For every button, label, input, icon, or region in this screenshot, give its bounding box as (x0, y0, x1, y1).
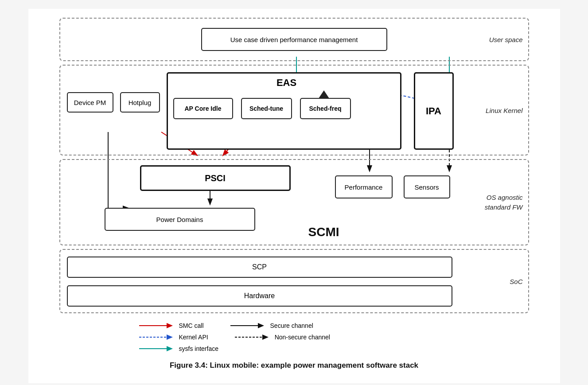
scp-box: SCP (67, 257, 452, 278)
sysfs-svg (139, 346, 175, 352)
os-label: OS agnosticstandard FW (485, 192, 523, 212)
legend-smc: SMC call (139, 322, 204, 329)
legend-row-3: sysfs interface (139, 345, 449, 352)
legend-sysfs: sysfs interface (139, 345, 218, 352)
ap-core-idle-box: AP Core Idle (173, 98, 233, 119)
secure-label: Secure channel (270, 322, 313, 329)
diagram: Use case driven performance management U… (59, 18, 529, 352)
performance-box: Performance (335, 175, 393, 198)
nonsecure-svg (235, 334, 270, 340)
soc-layer: SCP Hardware SoC (59, 249, 529, 313)
legend-row-1: SMC call Secure c (139, 322, 449, 329)
legend-row-2: Kernel API Non-se (139, 334, 449, 341)
figure-caption: Figure 3.4: Linux mobile: example power … (42, 361, 547, 370)
power-domains-box: Power Domains (105, 208, 255, 231)
ipa-label: IPA (426, 105, 441, 117)
hardware-box: Hardware (67, 285, 452, 307)
smc-arrow-svg (139, 323, 175, 329)
legend: SMC call Secure c (139, 322, 449, 352)
userspace-layer: Use case driven performance management U… (59, 18, 529, 61)
sched-tune-box: Sched-tune (241, 98, 292, 119)
psci-label: PSCI (205, 173, 226, 183)
kernel-label: Linux Kernel (486, 105, 522, 115)
kernel-layer: Device PM Hotplug EAS AP Core Idle Sched… (59, 65, 529, 156)
kernel-api-svg (139, 334, 175, 340)
smc-line (139, 323, 175, 329)
sched-freq-box: Sched-freq (300, 98, 351, 119)
userspace-label: User space (489, 35, 523, 44)
legend-kernel-api: Kernel API (139, 334, 208, 341)
smc-label: SMC call (179, 322, 204, 329)
legend-secure: Secure channel (230, 322, 313, 329)
legend-nonsecure: Non-secure channel (235, 334, 330, 341)
soc-label: SoC (510, 276, 522, 286)
nonsecure-line (235, 334, 270, 340)
eas-label: EAS (276, 77, 296, 89)
device-pm-box: Device PM (67, 92, 113, 113)
ipa-box: IPA (414, 72, 454, 150)
hotplug-box: Hotplug (120, 92, 160, 113)
secure-arrow-svg (230, 323, 266, 329)
sysfs-label: sysfs interface (179, 345, 218, 352)
sensors-box: Sensors (404, 175, 450, 198)
userspace-box: Use case driven performance management (201, 28, 387, 51)
secure-line (230, 323, 266, 329)
userspace-box-label: Use case driven performance management (230, 36, 358, 43)
sysfs-line (139, 346, 175, 352)
os-layer: PSCI Power Domains Performance Sensors S… (59, 159, 529, 245)
kernel-api-line (139, 334, 175, 340)
scmi-label: SCMI (308, 225, 339, 239)
eas-box: EAS AP Core Idle Sched-tune Sched-freq (167, 72, 401, 150)
kernel-api-label: Kernel API (179, 334, 208, 341)
nonsecure-label: Non-secure channel (275, 334, 330, 341)
psci-box: PSCI (140, 165, 291, 191)
